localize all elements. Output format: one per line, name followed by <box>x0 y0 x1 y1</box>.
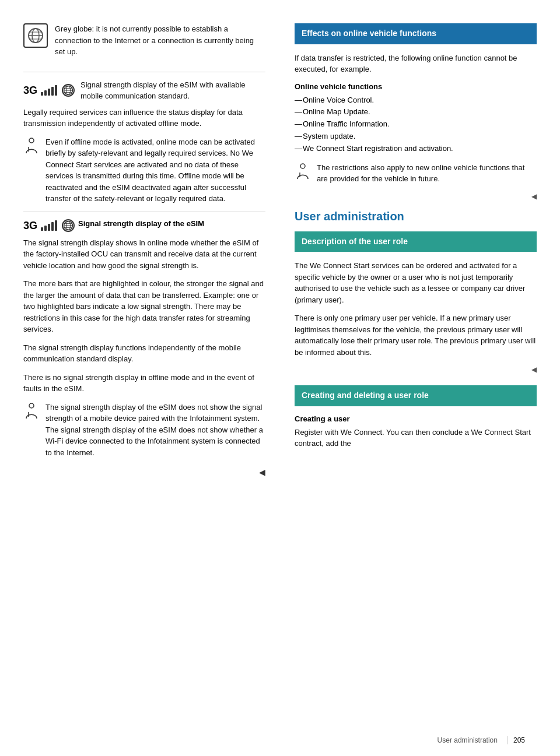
user-admin-title: User administration <box>295 210 537 223</box>
signal-3g-label2: 3G <box>23 220 37 232</box>
list-item-5: We Connect Start registration and activa… <box>295 143 537 155</box>
signal-description: Signal strength display of the eSIM with… <box>80 79 265 102</box>
page-footer: User administration 205 <box>438 736 525 744</box>
desc-role-heading: Description of the user role <box>295 231 537 252</box>
legally-text: Legally required services can influence … <box>23 107 265 129</box>
online-functions-label: Online vehicle functions <box>295 82 537 91</box>
note-text-1: Even if offline mode is activated, onlin… <box>46 136 265 205</box>
note-restrictions-block: The restrictions also apply to new onlin… <box>295 162 537 185</box>
svg-point-19 <box>300 164 305 168</box>
bar2b <box>44 226 47 231</box>
left-column: Grey globe: it is not currently possible… <box>23 23 271 477</box>
bar3 <box>48 89 50 96</box>
signal-globe-icon <box>62 84 75 97</box>
grey-globe-text: Grey globe: it is not currently possible… <box>55 23 265 58</box>
bar4b <box>51 222 54 231</box>
left-col-back-arrow: ◀ <box>259 467 265 477</box>
note-restrictions-text: The restrictions also apply to new onlin… <box>317 162 537 185</box>
effects-heading: Effects on online vehicle functions <box>295 23 537 44</box>
signal-strength-header: Signal strength display of the eSIM <box>78 219 204 228</box>
grey-globe-row: Grey globe: it is not currently possible… <box>23 23 265 65</box>
3g-label: 3G <box>23 85 37 97</box>
note-block-1: Even if offline mode is activated, onlin… <box>23 136 265 205</box>
right-arrow-1: ◀ <box>531 192 537 201</box>
note-icon-1 <box>23 136 40 154</box>
desc-role-p1: The We Connect Start services can be ord… <box>295 260 537 305</box>
svg-point-17 <box>29 403 34 408</box>
signal-p2: The more bars that are highlighted in co… <box>23 278 265 335</box>
signal-bars <box>41 85 57 96</box>
bar2 <box>44 90 47 96</box>
creating-user-text: Register with We Connect. You can then c… <box>295 427 537 449</box>
list-item-4: System update. <box>295 131 537 143</box>
list-item-3: Online Traffic Information. <box>295 118 537 131</box>
bar5 <box>55 85 57 96</box>
bar5b <box>55 220 57 231</box>
creating-user-label: Creating a user <box>295 414 537 423</box>
note-block-2: The signal strength display of the eSIM … <box>23 402 265 459</box>
bar1b <box>41 227 43 231</box>
list-item-2: Online Map Update. <box>295 106 537 118</box>
signal-3g-row: 3G Signal stre <box>23 79 265 102</box>
desc-role-p2: There is only one primary user per vehic… <box>295 312 537 358</box>
footer-label: User administration <box>438 736 498 744</box>
signal-strength-header-row: 3G Signal stre <box>23 219 265 233</box>
signal-p3: The signal strength display functions in… <box>23 342 265 365</box>
divider2 <box>23 212 265 212</box>
list-item-1: Online Voice Control. <box>295 94 537 107</box>
right-column: Effects on online vehicle functions If d… <box>289 23 537 477</box>
right-arrow-2: ◀ <box>531 365 537 374</box>
signal-globe-icon2 <box>62 219 75 232</box>
globe-icon <box>23 23 48 48</box>
bar1 <box>41 92 43 96</box>
online-functions-list: Online Voice Control. Online Map Update.… <box>295 94 537 155</box>
note-text-2: The signal strength display of the eSIM … <box>46 402 265 459</box>
divider1 <box>23 72 265 72</box>
note-icon-2 <box>23 402 40 419</box>
svg-point-10 <box>29 138 34 143</box>
signal-p1: The signal strength display shows in onl… <box>23 237 265 272</box>
note-icon-restrictions <box>295 162 311 180</box>
signal-bars2 <box>41 220 57 231</box>
footer-page: 205 <box>507 736 525 744</box>
signal-p4: There is no signal strength display in o… <box>23 372 265 395</box>
bar3b <box>48 224 50 231</box>
creating-heading: Creating and deleting a user role <box>295 385 537 406</box>
bar4 <box>51 87 54 96</box>
effects-p1: If data transfer is restricted, the foll… <box>295 52 537 75</box>
